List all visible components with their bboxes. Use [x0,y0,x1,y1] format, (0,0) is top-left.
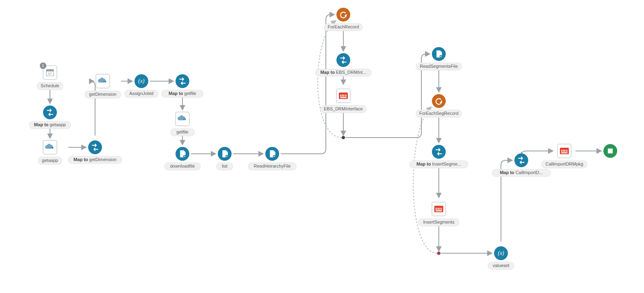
node-label: getDimension [89,92,116,97]
flow-node[interactable] [432,145,446,159]
trigger-badge [40,62,46,69]
svg-point-54 [514,153,528,167]
connector [521,151,553,156]
flow-node[interactable]: (x) [134,74,148,88]
svg-point-42 [432,94,446,108]
node-label: ReadHeirarchyFile [254,164,291,168]
svg-text:EBS: EBS [561,149,568,153]
flow-node[interactable] [265,147,279,161]
flow-node[interactable] [514,153,528,167]
svg-text:(x): (x) [138,78,145,84]
node-label: Map to getDimension [74,157,117,162]
flow-node[interactable] [176,112,189,126]
loop-join [342,136,345,139]
flow-node[interactable] [176,74,189,88]
flow-node[interactable] [218,147,232,161]
node-label: valueset [493,263,510,268]
svg-rect-59 [561,152,568,153]
flow-node[interactable]: EBS [432,202,446,216]
node-label: CallImportDRMpkg [546,162,583,166]
svg-point-10 [88,140,102,154]
connector [90,81,95,136]
integration-flow-canvas[interactable]: 17ScheduleMap to getaappgetaappMap to ge… [0,0,644,293]
node-label: Schedule [41,83,59,88]
svg-rect-2 [46,69,54,71]
svg-text:EBS: EBS [340,94,347,97]
flow-node[interactable] [88,140,102,154]
flow-node[interactable] [96,74,110,88]
connector [281,15,334,154]
flow-node[interactable]: EBS [557,144,571,158]
flow-node[interactable] [336,53,350,67]
flow-node[interactable] [432,94,446,108]
flow-node[interactable]: (x) [494,246,508,260]
node-label: Map to getfile [169,91,196,96]
node-label: Map to CallImportD... [500,170,543,175]
svg-point-6 [43,106,57,119]
node-label: ReadSegmentsFile [420,64,458,69]
node-label: Map to InsertSegme... [416,162,461,166]
flow-node[interactable] [432,47,446,61]
svg-rect-62 [608,149,613,153]
node-label: Map to getaapp [34,122,66,127]
svg-point-44 [432,145,446,159]
loop-join [437,252,440,255]
flow-node[interactable]: EBS [336,89,350,103]
connector [413,107,437,253]
node-label: AssignJobid [129,91,153,96]
node-label: EBS_DRMInterface [324,106,363,111]
flow-node[interactable] [43,106,57,119]
svg-rect-37 [340,97,347,98]
svg-point-17 [176,74,189,88]
svg-text:17: 17 [48,72,52,75]
node-label: downloadfile [170,164,195,168]
connector [318,21,342,138]
node-label: getaapp [42,158,58,163]
flow-node[interactable] [43,140,57,154]
svg-text:EBS: EBS [436,207,442,211]
node-label: InsertSegments [423,220,455,224]
node-label: getfile [176,129,188,134]
node-label: ForEachRecord [327,24,359,29]
svg-text:(x): (x) [498,250,504,256]
svg-point-32 [336,53,350,67]
svg-point-30 [336,8,350,22]
node-label: Map to EBS_DRMInt... [320,70,366,75]
flow-node[interactable] [603,144,617,158]
node-label: ForEachSegRecord [419,111,459,116]
svg-rect-49 [436,210,442,211]
flow-node[interactable] [176,147,189,161]
flow-node[interactable] [336,8,350,22]
node-label: list [222,164,227,168]
